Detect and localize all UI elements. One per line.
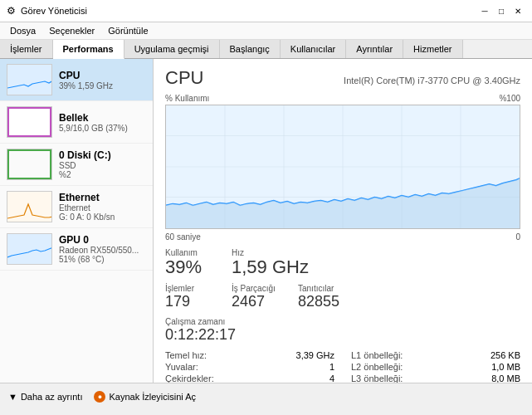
- gpu-title: GPU 0: [59, 234, 146, 246]
- info-key-cekirdek: Çekirdekler:: [165, 374, 214, 383]
- ethernet-info: Ethernet Ethernet G: 0 A: 0 Kb/sn: [59, 192, 146, 222]
- menu-goruntule[interactable]: Görüntüle: [101, 24, 154, 37]
- graph-time-end: 0: [515, 232, 520, 242]
- footer-bar: ▼ Daha az ayrıntı ● Kaynak İzleyicisini …: [0, 383, 532, 409]
- app-icon: ⚙: [7, 5, 16, 17]
- cpu-sub: 39% 1,59 GHz: [59, 81, 146, 90]
- graph-time-start: 60 saniye: [165, 232, 201, 242]
- ethernet-sub1: Ethernet: [59, 203, 146, 212]
- tab-kullanicilar[interactable]: Kullanıcılar: [281, 40, 346, 58]
- stat-speed: Hız 1,59 GHz: [232, 248, 309, 277]
- bellek-info: Bellek 5,9/16,0 GB (37%): [59, 112, 146, 133]
- disk-sub2: %2: [59, 170, 146, 179]
- bellek-thumbnail: [7, 106, 52, 138]
- info-yuvalar: Yuvalar: 1: [165, 362, 334, 372]
- info-val-yuvalar: 1: [329, 362, 334, 372]
- open-resource-monitor-button[interactable]: ● Kaynak İzleyicisini Aç: [94, 391, 196, 403]
- maximize-button[interactable]: □: [494, 3, 509, 18]
- detail-title: CPU: [165, 67, 203, 89]
- info-temel-hiz: Temel hız: 3,39 GHz: [165, 350, 334, 360]
- info-key-l1: L1 önbelleği:: [351, 350, 403, 360]
- gpu-thumbnail: [7, 233, 52, 265]
- handles-value: 82855: [298, 293, 348, 310]
- info-cekirdekler: Çekirdekler: 4: [165, 374, 334, 383]
- close-button[interactable]: ✕: [510, 3, 525, 18]
- ethernet-title: Ethernet: [59, 192, 146, 203]
- cpu-info: CPU 39% 1,59 GHz: [59, 70, 146, 90]
- bellek-sub: 5,9/16,0 GB (37%): [59, 124, 146, 133]
- disk-thumbnail: [7, 149, 52, 180]
- info-l1: L1 önbelleği: 256 KB: [351, 350, 520, 360]
- stat-uptime: Çalışma zamanı 0:12:22:17: [165, 317, 236, 344]
- info-key-temel: Temel hız:: [165, 350, 207, 360]
- uptime-label: Çalışma zamanı: [165, 317, 236, 326]
- less-detail-label: Daha az ayrıntı: [21, 392, 83, 402]
- detail-panel: CPU Intel(R) Core(TM) i7-3770 CPU @ 3.40…: [154, 59, 532, 383]
- cpu-title: CPU: [59, 70, 146, 81]
- threads-label: İş Parçacığı: [232, 284, 281, 293]
- threads-value: 2467: [232, 293, 281, 310]
- stats-row-1: Kullanım 39% Hız 1,59 GHz: [165, 248, 520, 277]
- chevron-down-icon: ▼: [8, 392, 17, 402]
- menu-secenekler[interactable]: Seçenekler: [42, 24, 101, 37]
- tab-islemler[interactable]: İşlemler: [0, 40, 53, 58]
- sidebar: CPU 39% 1,59 GHz Bellek 5,9/16,0 GB (37%…: [0, 59, 154, 383]
- resource-monitor-label: Kaynak İzleyicisini Aç: [109, 392, 196, 402]
- graph-label-bottom: 60 saniye 0: [165, 232, 520, 242]
- sidebar-item-gpu[interactable]: GPU 0 Radeon RX550/550... 51% (68 °C): [0, 228, 153, 271]
- info-val-l3: 8,0 MB: [491, 374, 520, 383]
- info-val-l2: 1,0 MB: [491, 362, 520, 372]
- gpu-info: GPU 0 Radeon RX550/550... 51% (68 °C): [59, 234, 146, 264]
- info-val-l1: 256 KB: [491, 350, 520, 360]
- info-val-temel: 3,39 GHz: [296, 350, 334, 360]
- stat-threads: İş Parçacığı 2467: [232, 284, 281, 310]
- tab-uygulama[interactable]: Uygulama geçmişi: [124, 40, 220, 58]
- info-col-left: Temel hız: 3,39 GHz Yuvalar: 1 Çekirdekl…: [165, 350, 334, 383]
- sidebar-item-cpu[interactable]: CPU 39% 1,59 GHz: [0, 59, 153, 101]
- cpu-thumbnail: [7, 64, 52, 95]
- info-table: Temel hız: 3,39 GHz Yuvalar: 1 Çekirdekl…: [165, 350, 520, 383]
- detail-header: CPU Intel(R) Core(TM) i7-3770 CPU @ 3.40…: [165, 67, 520, 89]
- menu-dosya[interactable]: Dosya: [3, 24, 42, 37]
- gpu-sub1: Radeon RX550/550...: [59, 246, 146, 255]
- cpu-graph: [165, 105, 520, 229]
- tab-performans[interactable]: Performans: [53, 40, 124, 59]
- stat-usage: Kullanım 39%: [165, 248, 215, 277]
- stats-row-2: İşlemler 179 İş Parçacığı 2467 Tanıtıcıl…: [165, 284, 520, 310]
- processes-label: İşlemler: [165, 284, 215, 293]
- minimize-button[interactable]: ─: [477, 3, 492, 18]
- info-l3: L3 önbelleği: 8,0 MB: [351, 374, 520, 383]
- stat-processes: İşlemler 179: [165, 284, 215, 310]
- stat-handles: Tanıtıcılar 82855: [298, 284, 348, 310]
- sidebar-item-disk[interactable]: 0 Diski (C:) SSD %2: [0, 144, 153, 186]
- sidebar-item-ethernet[interactable]: Ethernet Ethernet G: 0 A: 0 Kb/sn: [0, 186, 153, 228]
- disk-info: 0 Diski (C:) SSD %2: [59, 149, 146, 179]
- disk-title: 0 Diski (C:): [59, 149, 146, 161]
- speed-value: 1,59 GHz: [232, 257, 309, 277]
- uptime-value: 0:12:22:17: [165, 326, 236, 344]
- less-detail-button[interactable]: ▼ Daha az ayrıntı: [8, 392, 82, 402]
- gpu-sub2: 51% (68 °C): [59, 255, 146, 264]
- tab-hizmetler[interactable]: Hizmetler: [403, 40, 462, 58]
- info-val-cekirdek: 4: [329, 374, 334, 383]
- ethernet-sub2: G: 0 A: 0 Kb/sn: [59, 212, 146, 222]
- processes-value: 179: [165, 293, 215, 310]
- handles-label: Tanıtıcılar: [298, 284, 348, 293]
- stats-row-uptime: Çalışma zamanı 0:12:22:17: [165, 317, 520, 344]
- info-l2: L2 önbelleği: 1,0 MB: [351, 362, 520, 372]
- app-title: Görev Yöneticisi: [21, 6, 87, 16]
- tab-baslangic[interactable]: Başlangıç: [220, 40, 281, 58]
- info-key-yuvalar: Yuvalar:: [165, 362, 198, 372]
- tabs-bar: İşlemler Performans Uygulama geçmişi Baş…: [0, 40, 532, 59]
- menu-bar: Dosya Seçenekler Görüntüle: [0, 22, 532, 40]
- tab-ayrintilar[interactable]: Ayrıntılar: [346, 40, 403, 58]
- usage-value: 39%: [165, 257, 215, 277]
- sidebar-item-bellek[interactable]: Bellek 5,9/16,0 GB (37%): [0, 101, 153, 144]
- main-content: CPU 39% 1,59 GHz Bellek 5,9/16,0 GB (37%…: [0, 59, 532, 383]
- info-key-l3: L3 önbelleği:: [351, 374, 403, 383]
- title-bar: ⚙ Görev Yöneticisi ─ □ ✕: [0, 0, 532, 22]
- bellek-title: Bellek: [59, 112, 146, 124]
- graph-y-label: % Kullanımı: [165, 94, 209, 103]
- disk-sub1: SSD: [59, 161, 146, 170]
- graph-label-top: % Kullanımı %100: [165, 94, 520, 103]
